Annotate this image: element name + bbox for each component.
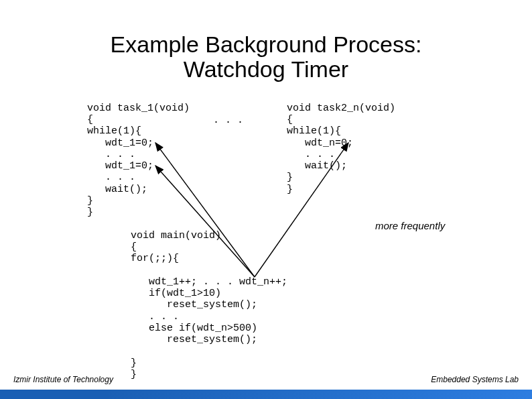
footer-accent-bar — [0, 390, 532, 399]
code-block-task1: void task_1(void) { while(1){ wdt_1=0; .… — [87, 103, 190, 219]
ellipsis-between: . . . — [213, 115, 243, 126]
footer-lab: Embedded Systems Lab — [431, 375, 519, 384]
title-line-1: Example Background Process: — [111, 32, 422, 57]
slide-title: Example Background Process: Watchdog Tim… — [0, 32, 532, 82]
annotation-more-frequently: more frequently — [375, 220, 445, 231]
footer-institution: Izmir Institute of Technology — [13, 375, 113, 384]
code-block-main: void main(void) { for(;;){ wdt_1++; . . … — [131, 230, 287, 380]
code-block-task-n: void task2_n(void) { while(1){ wdt_n=0; … — [287, 103, 395, 195]
title-line-2: Watchdog Timer — [184, 56, 348, 82]
